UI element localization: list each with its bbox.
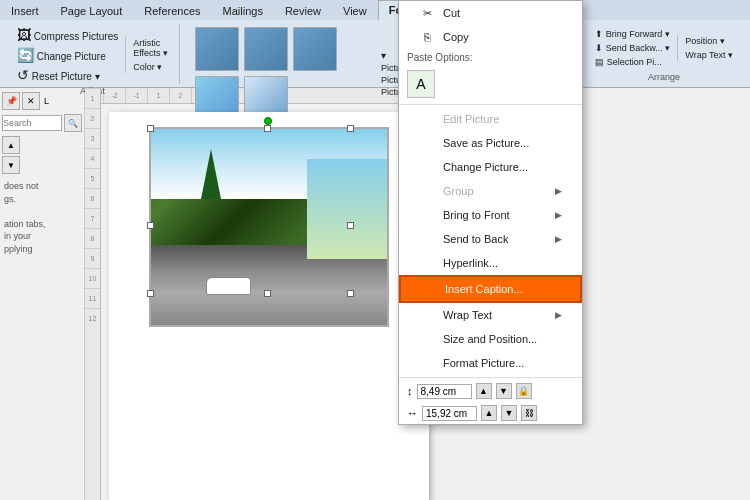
- vertical-ruler: 1 2 3 4 5 6 7 8 9 10 11 12: [85, 88, 101, 500]
- tab-references[interactable]: References: [133, 1, 211, 20]
- sidebar-pin-btn[interactable]: 📌: [2, 92, 20, 110]
- cut-icon: ✂: [419, 5, 435, 21]
- height-input[interactable]: [417, 384, 472, 399]
- arrange-label: Arrange: [648, 72, 680, 82]
- sidebar-search-input[interactable]: [2, 115, 62, 131]
- style-1[interactable]: [195, 27, 239, 71]
- ctx-save-as[interactable]: Save as Picture...: [399, 131, 582, 155]
- selection-pane-btn[interactable]: ▤ Selection Pi...: [592, 56, 673, 68]
- ruler-mark-8: 8: [85, 228, 100, 248]
- paste-options-row: A: [399, 66, 582, 102]
- search-btn[interactable]: 🔍: [64, 114, 82, 132]
- wrap-text-ribbon-btn[interactable]: Wrap Text ▾: [682, 49, 736, 61]
- rotation-handle[interactable]: [264, 117, 272, 125]
- sidebar-close-btn[interactable]: ✕: [22, 92, 40, 110]
- handle-tm[interactable]: [264, 125, 271, 132]
- ctx-format-picture[interactable]: Format Picture...: [399, 351, 582, 375]
- doc-page-area: [101, 104, 437, 500]
- ruler-mark-9: 9: [85, 248, 100, 268]
- ctx-edit-picture: Edit Picture: [399, 107, 582, 131]
- h-mark-2: 2: [169, 88, 191, 103]
- handle-bl[interactable]: [147, 290, 154, 297]
- position-btn[interactable]: Position ▾: [682, 35, 736, 47]
- width-lock-btn[interactable]: ⛓: [521, 405, 537, 421]
- adjust-buttons: 🖼 Compress Pictures 🔄 Change Picture ↺ R…: [14, 26, 171, 84]
- tab-view[interactable]: View: [332, 1, 378, 20]
- ctx-change-picture[interactable]: Change Picture...: [399, 155, 582, 179]
- width-input[interactable]: [422, 406, 477, 421]
- wrap-text-icon: [419, 307, 435, 323]
- sidebar-text: does not gs. ation tabs, in your pplying: [2, 178, 82, 258]
- document-page[interactable]: [109, 112, 429, 500]
- size-row-width: ↔ ▲ ▼ ⛓: [399, 402, 582, 424]
- nav-up-btn[interactable]: ▲: [2, 136, 20, 154]
- ribbon-group-arrange: ⬆ Bring Forward ▾ ⬇ Send Backw... ▾ ▤ Se…: [584, 24, 744, 84]
- reset-picture-btn[interactable]: ↺ Reset Picture ▾: [14, 66, 121, 84]
- arrange-items: ⬆ Bring Forward ▾ ⬇ Send Backw... ▾ ▤ Se…: [592, 26, 736, 70]
- ribbon-group-adjust: 🖼 Compress Pictures 🔄 Change Picture ↺ R…: [6, 24, 180, 84]
- doc-area: 📌 ✕ L 🔍 ▲ ▼ does not gs. ation tabs, in …: [0, 88, 750, 500]
- width-icon: ↔: [407, 407, 418, 419]
- picture-style-previews: [194, 26, 374, 121]
- width-down-btn[interactable]: ▼: [501, 405, 517, 421]
- bring-front-icon: [419, 207, 435, 223]
- paste-options-label: Paste Options:: [399, 49, 582, 66]
- format-icon: [419, 355, 435, 371]
- ctx-cut[interactable]: ✂ Cut: [399, 1, 582, 25]
- ctx-send-back[interactable]: Send to Back ▶: [399, 227, 582, 251]
- separator-2: [399, 377, 582, 378]
- height-lock-btn[interactable]: 🔒: [516, 383, 532, 399]
- image-right-scenery: [307, 159, 387, 259]
- size-row-height: ↕ ▲ ▼ 🔒: [399, 380, 582, 402]
- ctx-size-position[interactable]: Size and Position...: [399, 327, 582, 351]
- ruler-mark-11: 11: [85, 288, 100, 308]
- tab-review[interactable]: Review: [274, 1, 332, 20]
- height-up-btn[interactable]: ▲: [476, 383, 492, 399]
- handle-tl[interactable]: [147, 125, 154, 132]
- color-btn[interactable]: Color ▾: [130, 61, 171, 73]
- artistic-effects-btn[interactable]: ArtisticEffects ▾: [130, 37, 171, 59]
- paste-icon-btn[interactable]: A: [407, 70, 435, 98]
- handle-bm[interactable]: [264, 290, 271, 297]
- width-up-btn[interactable]: ▲: [481, 405, 497, 421]
- separator-1: [399, 104, 582, 105]
- tab-page-layout[interactable]: Page Layout: [50, 1, 134, 20]
- ruler-mark-4: 4: [85, 148, 100, 168]
- ruler-mark-12: 12: [85, 308, 100, 328]
- ruler-mark-7: 7: [85, 208, 100, 228]
- ctx-wrap-text[interactable]: Wrap Text ▶: [399, 303, 582, 327]
- change-picture-icon: [419, 159, 435, 175]
- ctx-hyperlink[interactable]: Hyperlink...: [399, 251, 582, 275]
- handle-br[interactable]: [347, 290, 354, 297]
- height-down-btn[interactable]: ▼: [496, 383, 512, 399]
- hyperlink-icon: [419, 255, 435, 271]
- ctx-insert-caption[interactable]: Insert Caption...: [399, 275, 582, 303]
- tab-mailings[interactable]: Mailings: [212, 1, 274, 20]
- handle-mr[interactable]: [347, 222, 354, 229]
- left-sidebar: 📌 ✕ L 🔍 ▲ ▼ does not gs. ation tabs, in …: [0, 88, 85, 500]
- tab-insert[interactable]: Insert: [0, 1, 50, 20]
- height-icon: ↕: [407, 385, 413, 397]
- ctx-copy[interactable]: ⎘ Copy: [399, 25, 582, 49]
- page-wrapper: -2 -1 1 2 3 4: [101, 88, 437, 500]
- change-picture-btn[interactable]: 🔄 Change Picture: [14, 46, 121, 64]
- ribbon-tabs: Insert Page Layout References Mailings R…: [0, 0, 750, 20]
- style-3[interactable]: [293, 27, 337, 71]
- edit-picture-icon: [419, 111, 435, 127]
- bring-forward-btn[interactable]: ⬆ Bring Forward ▾: [592, 28, 673, 40]
- ruler-mark-2: 2: [85, 108, 100, 128]
- handle-tr[interactable]: [347, 125, 354, 132]
- h-mark-n1: -1: [125, 88, 147, 103]
- size-icon: [419, 331, 435, 347]
- h-mark-n2: -2: [103, 88, 125, 103]
- bring-front-arrow: ▶: [555, 210, 562, 220]
- compress-pictures-btn[interactable]: 🖼 Compress Pictures: [14, 26, 121, 44]
- group-arrow: ▶: [555, 186, 562, 196]
- handle-ml[interactable]: [147, 222, 154, 229]
- style-2[interactable]: [244, 27, 288, 71]
- ctx-bring-front[interactable]: Bring to Front ▶: [399, 203, 582, 227]
- ctx-group: Group ▶: [399, 179, 582, 203]
- send-back-icon: [419, 231, 435, 247]
- nav-down-btn[interactable]: ▼: [2, 156, 20, 174]
- send-backward-btn[interactable]: ⬇ Send Backw... ▾: [592, 42, 673, 54]
